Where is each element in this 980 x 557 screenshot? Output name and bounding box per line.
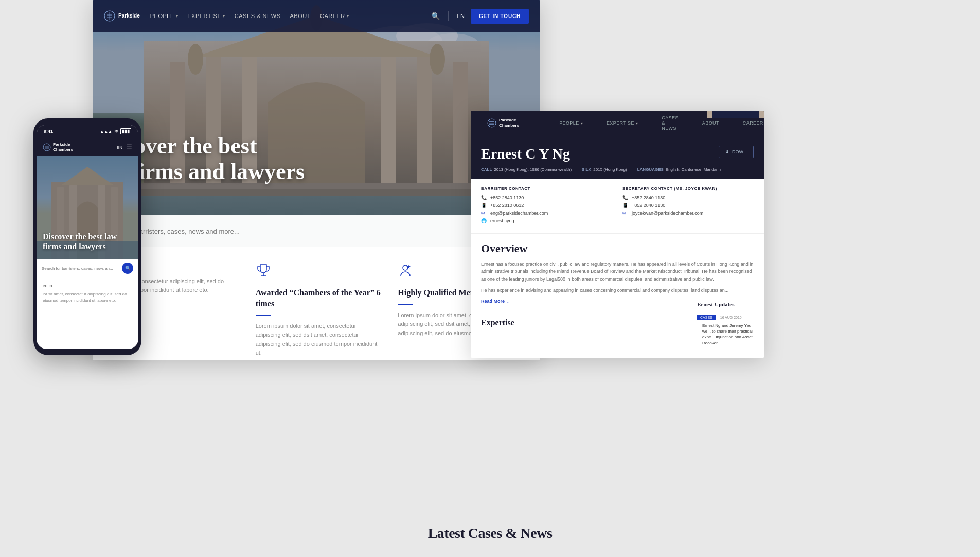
updates-panel: Ernest Updates CASES 16 AUG 2015 Ernest … [692, 295, 764, 358]
meta-languages: Languages English, Cantonese, Mandarin [637, 167, 721, 172]
main-nav: Parkside PEOPLE ▾ EXPERTISE ▾ CASES & NE… [93, 0, 540, 32]
sec-email: ✉ joycekwan@parksidechamber.com [622, 211, 754, 216]
mobile-search-bar: 🔍 [37, 259, 138, 277]
profile-logo-icon [487, 118, 496, 128]
mobile-content: ed in lor sit amet, consectetur adipisci… [37, 277, 138, 310]
silk-label: Silk [582, 167, 591, 172]
nav-expertise[interactable]: EXPERTISE ▾ [187, 13, 225, 19]
hamburger-icon[interactable]: ☰ [127, 144, 132, 151]
nav-links: PEOPLE ▾ EXPERTISE ▾ CASES & NEWS ABOUT … [150, 13, 431, 19]
hero-content: iscover the best w firms and lawyers [109, 133, 524, 185]
profile-name: Ernest C Y Ng [481, 146, 570, 162]
profile-header: Ernest C Y Ng ⬇ DOW... Call 2013 (Hong K… [471, 135, 764, 179]
meta-silk: Silk 2015 (Hong Kong) [582, 167, 627, 172]
nav-cases-news[interactable]: CASES & NEWS [235, 13, 281, 19]
get-in-touch-button[interactable]: GET IN TOUCH [471, 9, 529, 24]
hero-title: iscover the best w firms and lawyers [109, 133, 524, 185]
contact-mobile: 📱 +852 2810 0612 [481, 203, 612, 208]
website-link: ernest.cyng [490, 218, 514, 223]
mobile-hero-title: Discover the best law firms and lawyers [43, 232, 132, 251]
barrister-contact: BARRISTER CONTACT 📞 +852 2840 1130 📱 +85… [481, 186, 612, 226]
bottom-section: Latest Cases & News [0, 525, 980, 542]
mobile-logo-text: ParksideChambers [53, 142, 73, 152]
person-photo-bg [707, 111, 764, 118]
email-icon: ✉ [481, 211, 487, 216]
main-logo: Parkside [104, 10, 140, 22]
overview-text-2: He has experience in advising and appear… [481, 287, 754, 294]
sec-mobile-icon: 📱 [622, 203, 629, 208]
sec-phone-icon: 📞 [622, 195, 629, 200]
sec-phone: 📞 +852 2840 1130 [622, 195, 754, 200]
mobile-lorem: lor sit amet, consectetur adipiscing eli… [43, 291, 132, 304]
update-date: 16 AUG 2015 [720, 316, 742, 319]
profile-nav-cases[interactable]: CASES & NEWS [653, 111, 687, 135]
profile-nav-people[interactable]: PEOPLE ▾ [551, 111, 591, 135]
feature-title-1: Awarded “Chambers of the Year” 6 times [256, 288, 383, 309]
mobile-nav-right: EN ☰ [117, 144, 132, 151]
mobile-hero: Discover the best law firms and lawyers [37, 156, 138, 259]
overview-title: Overview [481, 242, 754, 255]
profile-logo-text: ParksideChambers [499, 118, 519, 128]
mobile-nav: ParksideChambers EN ☰ [37, 138, 138, 156]
mobile-signal-icon: ▲▲▲ [100, 129, 112, 134]
feature-card-1: Awarded “Chambers of the Year” 6 times L… [256, 263, 383, 358]
contact-website: 🌐 ernest.cyng [481, 218, 612, 223]
phone-number: +852 2840 1130 [490, 195, 524, 200]
meta-call: Call 2013 (Hong Kong), 1986 (Commonwealt… [481, 167, 572, 172]
mobile-status-icons: ▲▲▲ ≋ ▮▮▮ [100, 128, 131, 134]
profile-nav-expertise[interactable]: EXPERTISE ▾ [598, 111, 646, 135]
sec-mobile: 📱 +852 2840 1130 [622, 203, 754, 208]
nav-career[interactable]: CAREER ▾ [320, 13, 349, 19]
nav-right: 🔍 EN GET IN TOUCH [431, 9, 529, 24]
mobile-time: 9:41 [44, 129, 53, 134]
nav-divider [448, 11, 449, 21]
feature-divider-2 [398, 304, 413, 305]
secretary-contact: SECRETARY CONTACT (MS. JOYCE KWAN) 📞 +85… [622, 186, 754, 226]
sec-mobile-number: +852 2840 1130 [632, 203, 665, 208]
mobile-status-bar: 9:41 ▲▲▲ ≋ ▮▮▮ [37, 125, 138, 138]
profile-photo [707, 111, 764, 118]
sec-email-address: joycekwan@parksidechamber.com [632, 211, 703, 216]
feature-divider-1 [256, 315, 271, 316]
profile-meta: Call 2013 (Hong Kong), 1986 (Commonwealt… [481, 167, 754, 179]
mobile-wifi-icon: ≋ [114, 129, 118, 134]
secretary-contact-title: SECRETARY CONTACT (MS. JOYCE KWAN) [622, 186, 754, 191]
profile-panel: ParksideChambers PEOPLE ▾ EXPERTISE ▾ CA… [471, 111, 764, 358]
sec-phone-number: +852 2840 1130 [632, 195, 665, 200]
phone-icon: 📞 [481, 195, 487, 200]
languages-value: English, Cantonese, Mandarin [666, 167, 721, 172]
nav-people[interactable]: PEOPLE ▾ [150, 13, 179, 19]
mobile-icon: 📱 [481, 203, 487, 208]
logo-icon [104, 10, 115, 22]
mobile-number: +852 2810 0612 [490, 203, 524, 208]
mobile-intro: ed in [43, 283, 132, 288]
trophy-icon [256, 263, 383, 282]
email-address: eng@parksidechamber.com [490, 211, 548, 216]
bottom-title: Latest Cases & News [428, 525, 553, 542]
search-input[interactable] [103, 228, 506, 235]
languages-label: Languages [637, 167, 664, 172]
mobile-search-button[interactable]: 🔍 [122, 263, 133, 274]
mobile-logo-icon [43, 143, 51, 151]
update-text: Ernest Ng and Jeremy Yau we... to share … [697, 321, 759, 348]
globe-icon: 🌐 [481, 218, 487, 223]
svg-point-26 [403, 265, 408, 270]
nav-about[interactable]: ABOUT [290, 13, 311, 19]
mobile-language[interactable]: EN [117, 145, 122, 150]
call-value: 2013 (Hong Kong), 1986 (Commonwealth) [494, 167, 572, 172]
update-item: CASES 16 AUG 2015 Ernest Ng and Jeremy Y… [692, 311, 764, 352]
profile-name-section: Ernest C Y Ng [481, 146, 570, 167]
profile-logo: ParksideChambers [479, 111, 527, 135]
silk-value: 2015 (Hong Kong) [593, 167, 627, 172]
contact-email: ✉ eng@parksidechamber.com [481, 211, 612, 216]
contact-phone: 📞 +852 2840 1130 [481, 195, 612, 200]
search-icon[interactable]: 🔍 [431, 12, 440, 21]
overview-text-1: Ernest has a focused practice on civil, … [481, 260, 754, 283]
mobile-search-input[interactable] [42, 266, 119, 271]
mobile-search-icon: 🔍 [125, 266, 131, 271]
language-selector[interactable]: EN [457, 13, 465, 19]
feature-text-1: Lorem ipsum dolor sit amet, consectetur … [256, 322, 383, 358]
mobile-battery-icon: ▮▮▮ [120, 128, 131, 134]
mobile-hero-content: Discover the best law firms and lawyers [43, 232, 132, 251]
download-button[interactable]: ⬇ DOW... [719, 146, 754, 158]
